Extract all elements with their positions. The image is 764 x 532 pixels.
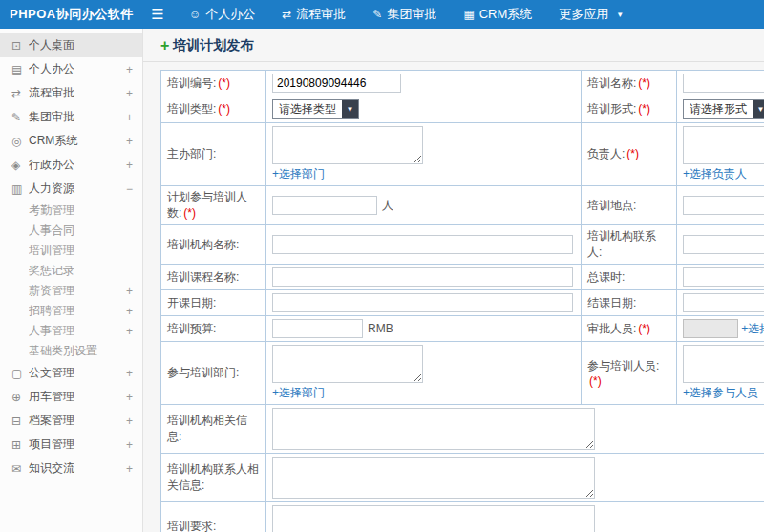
expand-icon[interactable]: + <box>121 87 133 100</box>
topbar: PHPOA协同办公软件 ☰ ☺ 个人办公 ⇄ 流程审批 ✎ 集团审批 ▦ CRM… <box>0 0 764 29</box>
sidebar-subitem-recruit-mgmt[interactable]: 招聘管理 + <box>0 301 142 321</box>
main-content: + 培训计划发布 培训编号:(*) 培训名称:(*) <box>143 29 764 532</box>
form-row: 开课日期: 结课日期: <box>161 290 764 316</box>
sidebar-item-human-resources[interactable]: ▥ 人力资源 − <box>0 177 142 201</box>
sidebar-subitem-label: 薪资管理 <box>29 283 121 299</box>
expand-icon[interactable]: + <box>121 285 133 298</box>
sidebar-item-label: 档案管理 <box>29 413 121 429</box>
nav-process-approval[interactable]: ⇄ 流程审批 <box>268 0 359 29</box>
participate-dept-textarea[interactable] <box>272 345 423 383</box>
field-label-cell: 结课日期: <box>582 290 677 316</box>
org-name-input[interactable] <box>272 235 573 254</box>
sidebar-item-label: 人力资源 <box>29 181 121 197</box>
sidebar-item-personal-desktop[interactable]: ⊡ 个人桌面 <box>0 33 142 57</box>
leader-textarea[interactable] <box>683 126 764 164</box>
total-hours-input[interactable] <box>683 267 764 287</box>
nav-personal-office[interactable]: ☺ 个人办公 <box>176 0 268 29</box>
add-icon: + <box>160 40 169 52</box>
required-mark: (*) <box>638 322 650 335</box>
expand-icon[interactable]: + <box>121 325 133 338</box>
requirements-textarea[interactable] <box>272 505 595 532</box>
budget-input[interactable] <box>272 319 363 338</box>
field-label: 培训类型: <box>167 102 216 116</box>
end-date-input[interactable] <box>683 293 764 312</box>
select-dept-link[interactable]: +选择部门 <box>272 166 325 182</box>
nav-crm-system[interactable]: ▦ CRM系统 <box>450 0 545 29</box>
training-id-input[interactable] <box>272 74 401 93</box>
sidebar-item-personal-office[interactable]: ▤ 个人办公 + <box>0 57 142 81</box>
org-contact-info-textarea[interactable] <box>272 457 595 499</box>
course-name-input[interactable] <box>272 267 573 287</box>
start-date-input[interactable] <box>272 293 573 312</box>
sidebar-item-label: 知识交流 <box>29 460 121 477</box>
sidebar-item-archive-mgmt[interactable]: ⊟ 档案管理 + <box>0 409 142 433</box>
sidebar-subitem-hr-contract[interactable]: 人事合同 <box>0 221 142 241</box>
field-cell <box>266 265 582 290</box>
participant-count-input[interactable] <box>272 196 377 215</box>
select-value: 请选择形式 <box>684 100 753 118</box>
approver-input[interactable] <box>683 319 738 338</box>
sidebar-subitem-personnel-mgmt[interactable]: 人事管理 + <box>0 321 142 341</box>
select-leader-link[interactable]: +选择负责人 <box>683 166 747 182</box>
org-info-textarea[interactable] <box>272 408 595 450</box>
field-cell <box>266 71 582 96</box>
select-approver-link[interactable]: +选择审 <box>741 322 764 335</box>
field-label: 参与培训部门: <box>167 366 239 379</box>
expand-icon[interactable]: + <box>121 135 133 148</box>
field-cell <box>677 186 764 225</box>
expand-icon[interactable]: + <box>121 367 133 380</box>
form-row: 培训编号:(*) 培训名称:(*) <box>161 71 764 96</box>
sidebar-subitem-salary-mgmt[interactable]: 薪资管理 + <box>0 281 142 301</box>
training-type-select[interactable]: 请选择类型 ▼ <box>272 99 359 119</box>
nav-group-approval[interactable]: ✎ 集团审批 <box>359 0 450 29</box>
sidebar-item-process-approval[interactable]: ⇄ 流程审批 + <box>0 81 142 105</box>
sidebar-item-vehicle-mgmt[interactable]: ⊕ 用车管理 + <box>0 385 142 409</box>
sidebar-subitem-training-mgmt[interactable]: 培训管理 <box>0 241 142 261</box>
menu-toggle-icon[interactable]: ☰ <box>143 6 172 23</box>
sidebar-item-group-approval[interactable]: ✎ 集团审批 + <box>0 105 142 129</box>
sidebar-subitem-attendance[interactable]: 考勤管理 <box>0 201 142 221</box>
field-cell <box>677 225 764 265</box>
sidebar-subitem-label: 人事管理 <box>29 323 121 339</box>
sidebar: ⊡ 个人桌面 ▤ 个人办公 + ⇄ 流程审批 + ✎ 集团审批 + ◎ CRM <box>0 29 143 532</box>
expand-icon[interactable]: + <box>121 415 133 428</box>
desktop-icon: ⊡ <box>11 39 29 53</box>
expand-icon[interactable]: + <box>121 391 133 404</box>
organizer-dept-textarea[interactable] <box>272 126 423 164</box>
expand-icon[interactable]: + <box>121 462 133 476</box>
expand-icon[interactable]: + <box>121 111 133 124</box>
select-dept-link[interactable]: +选择部门 <box>272 385 325 401</box>
field-cell <box>677 290 764 316</box>
expand-icon[interactable]: + <box>121 63 133 76</box>
sidebar-item-project-mgmt[interactable]: ⊞ 项目管理 + <box>0 433 142 457</box>
sidebar-item-crm-system[interactable]: ◎ CRM系统 + <box>0 129 142 153</box>
training-name-input[interactable] <box>683 74 764 93</box>
expand-icon[interactable]: + <box>121 305 133 318</box>
sidebar-item-label: 个人办公 <box>29 61 121 77</box>
sidebar-subitem-reward-records[interactable]: 奖惩记录 <box>0 261 142 281</box>
location-input[interactable] <box>683 196 764 215</box>
sidebar-item-label: 个人桌面 <box>29 37 121 53</box>
field-cell <box>266 502 764 532</box>
org-contact-input[interactable] <box>683 235 764 254</box>
nav-more-apps[interactable]: 更多应用 ▼ <box>545 0 637 29</box>
currency-suffix: RMB <box>368 322 393 335</box>
sidebar-item-label: 项目管理 <box>29 436 121 453</box>
sidebar-subitem-label: 培训管理 <box>29 243 121 259</box>
field-label: 总课时: <box>587 270 625 284</box>
participants-textarea[interactable] <box>683 345 764 383</box>
field-label-cell: 培训预算: <box>161 316 266 342</box>
select-participants-link[interactable]: +选择参与人员 <box>683 385 758 401</box>
sidebar-item-document-mgmt[interactable]: ▢ 公文管理 + <box>0 361 142 385</box>
sidebar-item-knowledge-exchange[interactable]: ✉ 知识交流 + <box>0 457 142 480</box>
sidebar-subitem-base-category[interactable]: 基础类别设置 <box>0 341 142 361</box>
sidebar-item-admin-office[interactable]: ◈ 行政办公 + <box>0 153 142 177</box>
hr-icon: ▥ <box>11 182 29 196</box>
collapse-icon[interactable]: − <box>121 182 133 196</box>
sidebar-subitem-label: 奖惩记录 <box>29 263 121 279</box>
field-cell: +选择部门 <box>266 123 582 186</box>
page-title: 培训计划发布 <box>173 37 253 54</box>
training-form-select[interactable]: 请选择形式 ▼ <box>683 99 764 119</box>
expand-icon[interactable]: + <box>121 438 133 452</box>
expand-icon[interactable]: + <box>121 159 133 172</box>
